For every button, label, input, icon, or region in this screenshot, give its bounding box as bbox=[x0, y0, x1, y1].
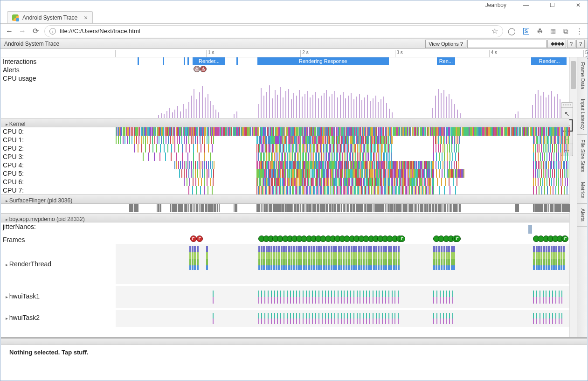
side-tab[interactable]: File Size Stats bbox=[577, 135, 587, 177]
ext-circle-icon[interactable]: ◯ bbox=[508, 27, 516, 35]
nav-markers-button[interactable]: ◆◆◆◆ bbox=[547, 40, 566, 48]
close-icon[interactable]: ✕ bbox=[572, 2, 585, 8]
back-icon[interactable]: ← bbox=[5, 27, 14, 35]
response-bar[interactable]: Render... bbox=[193, 57, 225, 65]
section-app[interactable]: boy.app.mvpdemo (pid 28332) bbox=[1, 213, 116, 222]
ext-grid-icon[interactable]: ▦ bbox=[550, 28, 556, 35]
alert-error-icon[interactable]: ⚠ bbox=[200, 66, 207, 72]
row-frames: Frames bbox=[1, 236, 116, 244]
side-tab[interactable]: Input Latency bbox=[577, 94, 587, 135]
frame-good-icon[interactable]: F bbox=[399, 236, 405, 242]
side-tab[interactable]: Frame Data bbox=[577, 57, 587, 94]
row-alerts: Alerts bbox=[1, 66, 116, 74]
side-tab[interactable]: Alerts bbox=[577, 204, 587, 227]
bookmark-icon[interactable]: ☆ bbox=[491, 27, 498, 35]
ext-leaf-icon[interactable]: ☘ bbox=[537, 27, 543, 35]
favicon-icon bbox=[12, 14, 19, 21]
row-cpu-1: CPU 1: bbox=[1, 136, 116, 144]
row-hwui1[interactable]: hwuiTask1 bbox=[1, 284, 116, 308]
render-thread-lane[interactable] bbox=[116, 244, 569, 284]
interaction-tick[interactable] bbox=[236, 57, 238, 65]
row-cpu-usage: CPU usage bbox=[1, 74, 116, 118]
row-surfaceflinger bbox=[1, 204, 116, 213]
tab-title: Android System Trace bbox=[22, 14, 77, 21]
row-cpu-0: CPU 0: bbox=[1, 127, 116, 136]
info-icon[interactable]: i bbox=[49, 28, 56, 35]
section-kernel[interactable]: Kernel bbox=[1, 118, 116, 127]
ruler-tick bbox=[116, 50, 118, 57]
frame-good-icon[interactable]: F bbox=[562, 236, 568, 242]
help-button-1[interactable]: ? bbox=[567, 40, 575, 48]
ext-stack-icon[interactable]: ⧉ bbox=[563, 27, 568, 35]
cpu-usage-graph[interactable] bbox=[116, 81, 569, 118]
maximize-icon[interactable]: ☐ bbox=[546, 2, 559, 8]
kernel-lane[interactable] bbox=[116, 178, 569, 186]
side-tab[interactable]: Metrics bbox=[577, 177, 587, 203]
response-bar[interactable]: Rendering Response bbox=[257, 57, 389, 65]
ruler-tick: 2 s bbox=[300, 50, 308, 57]
interaction-tick[interactable] bbox=[163, 57, 164, 65]
search-input[interactable] bbox=[467, 40, 546, 48]
interaction-tick[interactable] bbox=[138, 57, 139, 65]
time-ruler[interactable]: 1 s2 s3 s4 s5 s bbox=[116, 50, 587, 57]
url-text: file:///C:/Users/Next/trace.html bbox=[60, 28, 140, 35]
scrollbar-thumb[interactable] bbox=[571, 61, 576, 89]
kernel-lane[interactable] bbox=[116, 127, 569, 136]
ruler-tick: 3 s bbox=[395, 50, 403, 57]
row-cpu-3: CPU 3: bbox=[1, 152, 116, 161]
forward-icon[interactable]: → bbox=[18, 27, 27, 35]
kernel-lane[interactable] bbox=[116, 169, 569, 178]
surfaceflinger-lane[interactable] bbox=[116, 204, 569, 213]
kernel-lane[interactable] bbox=[116, 152, 569, 161]
details-panel: Nothing selected. Tap stuff. bbox=[1, 337, 587, 380]
trace-title: Android System Trace bbox=[3, 41, 59, 47]
frame-good-icon[interactable]: F bbox=[454, 236, 461, 242]
ext-s-icon[interactable]: S bbox=[523, 28, 529, 35]
row-cpu-7: CPU 7: bbox=[1, 186, 116, 194]
details-resize-handle[interactable] bbox=[1, 339, 587, 345]
section-surfaceflinger[interactable]: SurfaceFlinger (pid 3036) bbox=[1, 194, 116, 204]
interaction-tick[interactable] bbox=[187, 57, 189, 65]
ruler-tick: 1 s bbox=[206, 50, 214, 57]
details-message: Nothing selected. Tap stuff. bbox=[1, 345, 587, 360]
help-button-2[interactable]: ? bbox=[576, 40, 585, 48]
row-hwui2[interactable]: hwuiTask2 bbox=[1, 308, 116, 327]
reload-icon[interactable]: ⟳ bbox=[31, 27, 40, 35]
menu-icon[interactable]: ⋮ bbox=[576, 27, 583, 35]
frames-lane[interactable]: FFFFF bbox=[116, 236, 569, 244]
interaction-tick[interactable] bbox=[184, 57, 185, 65]
frame-bad-icon[interactable]: F bbox=[190, 236, 197, 242]
row-cpu-6: CPU 6: bbox=[1, 178, 116, 186]
jitter-bar[interactable] bbox=[528, 225, 532, 234]
row-cpu-5: CPU 5: bbox=[1, 169, 116, 178]
row-cpu-4: CPU 4: bbox=[1, 161, 116, 169]
vertical-scrollbar[interactable] bbox=[569, 57, 577, 337]
kernel-lane[interactable] bbox=[116, 161, 569, 169]
response-bar[interactable]: Ren... bbox=[437, 57, 455, 65]
row-cpu-2: CPU 2: bbox=[1, 144, 116, 152]
row-jitter: jitterNanos: bbox=[1, 222, 116, 236]
browser-tab[interactable]: Android System Trace × bbox=[7, 11, 93, 23]
kernel-lane[interactable] bbox=[116, 136, 569, 144]
hwui1-lane[interactable] bbox=[116, 284, 569, 308]
response-bar[interactable]: Render... bbox=[532, 57, 567, 65]
hwui2-lane[interactable] bbox=[116, 308, 569, 327]
kernel-lane[interactable] bbox=[116, 144, 569, 152]
ruler-tick: 5 s bbox=[583, 50, 588, 57]
row-render-thread[interactable]: RenderThread bbox=[1, 244, 116, 284]
tab-close-icon[interactable]: × bbox=[84, 14, 88, 21]
minimize-icon[interactable]: — bbox=[519, 2, 533, 8]
view-options-button[interactable]: View Options ? bbox=[425, 40, 466, 48]
alert-warning-icon[interactable]: ⚠ bbox=[194, 66, 200, 72]
address-bar[interactable]: i file:///C:/Users/Next/trace.html ☆ bbox=[44, 25, 503, 37]
window-user: Jeanboy bbox=[485, 2, 506, 8]
kernel-lane[interactable] bbox=[116, 186, 569, 194]
ruler-tick: 4 s bbox=[489, 50, 497, 57]
row-interactions: Interactions bbox=[1, 57, 116, 66]
frame-bad-icon[interactable]: F bbox=[196, 236, 203, 242]
